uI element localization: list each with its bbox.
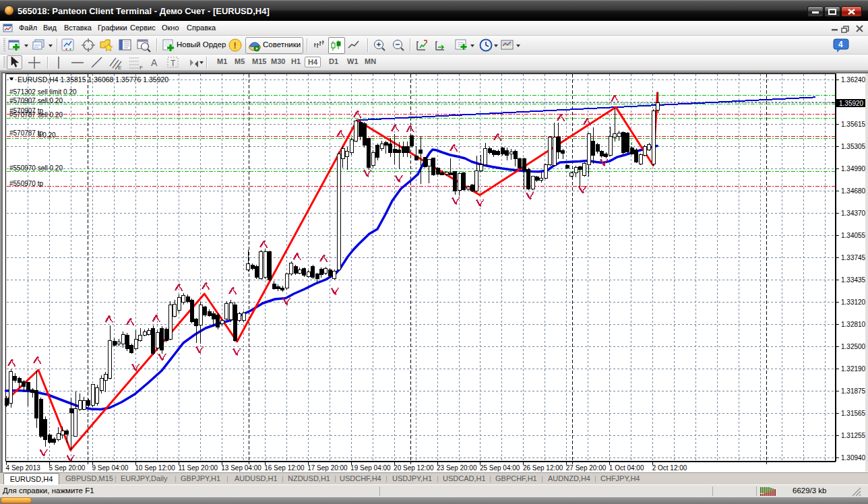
svg-text:ll 0.20: ll 0.20: [38, 131, 56, 139]
svg-text:1.34370: 1.34370: [841, 210, 866, 217]
svg-text:13 Sep 04:00: 13 Sep 04:00: [221, 464, 261, 472]
svg-text:1.32500: 1.32500: [841, 343, 866, 350]
svg-text:1.31875: 1.31875: [841, 387, 866, 395]
svg-text:#571302 sell limit 0.20: #571302 sell limit 0.20: [9, 88, 77, 96]
svg-text:T: T: [170, 59, 176, 68]
svg-text:1.32190: 1.32190: [841, 365, 866, 373]
svg-text:11 Sep 20:00: 11 Sep 20:00: [178, 464, 218, 472]
svg-text:E: E: [118, 65, 121, 70]
svg-text:19 Sep 04:00: 19 Sep 04:00: [350, 464, 391, 472]
svg-text:#570787 sell 0.20: #570787 sell 0.20: [9, 111, 63, 119]
svg-text:25 Sep 04:00: 25 Sep 04:00: [480, 464, 520, 472]
svg-text:1.32810: 1.32810: [841, 321, 866, 328]
svg-text:1.33120: 1.33120: [841, 298, 866, 306]
svg-text:9 Sep 04:00: 9 Sep 04:00: [92, 464, 129, 472]
svg-text:1 Oct 04:00: 1 Oct 04:00: [609, 464, 644, 472]
svg-text:17 Sep 20:00: 17 Sep 20:00: [307, 464, 348, 472]
svg-text:A: A: [151, 57, 158, 68]
svg-text:1.35305: 1.35305: [841, 143, 866, 150]
svg-text:10 Sep 12:00: 10 Sep 12:00: [135, 464, 175, 472]
svg-text:23 Sep 20:00: 23 Sep 20:00: [437, 464, 477, 472]
svg-text:1.33745: 1.33745: [841, 254, 866, 261]
svg-text:1.33435: 1.33435: [841, 276, 866, 284]
svg-text:1.35920: 1.35920: [839, 100, 864, 107]
svg-text:EURUSD,H4 1.35815 1.36068 1.3: EURUSD,H4 1.35815 1.36068 1.35776 1.3592…: [18, 75, 168, 84]
svg-text:1.30940: 1.30940: [841, 454, 866, 462]
svg-text:16 Sep 12:00: 16 Sep 12:00: [264, 464, 305, 472]
svg-text:26 Sep 12:00: 26 Sep 12:00: [523, 464, 563, 472]
svg-text:1.34680: 1.34680: [841, 187, 866, 195]
svg-text:4 Sep 2013: 4 Sep 2013: [6, 464, 41, 472]
svg-text:20 Sep 12:00: 20 Sep 12:00: [394, 464, 434, 472]
svg-text:1.34990: 1.34990: [841, 165, 866, 172]
svg-text:4: 4: [838, 40, 843, 49]
svg-text:1.34055: 1.34055: [841, 232, 866, 239]
svg-text:1.36240: 1.36240: [841, 76, 866, 84]
svg-text:1.31255: 1.31255: [841, 432, 866, 439]
svg-text:#550970 tp: #550970 tp: [9, 180, 43, 187]
svg-text:2 Oct 12:00: 2 Oct 12:00: [652, 464, 687, 472]
svg-text:#550970 sell 0.20: #550970 sell 0.20: [9, 164, 63, 172]
svg-text:F: F: [140, 65, 143, 70]
svg-text:5 Sep 20:00: 5 Sep 20:00: [49, 464, 86, 472]
svg-text:27 Sep 20:00: 27 Sep 20:00: [566, 464, 607, 472]
svg-text:#570907 sell 0.20: #570907 sell 0.20: [9, 97, 63, 104]
svg-text:!: !: [234, 40, 237, 51]
svg-text:1.31565: 1.31565: [841, 410, 866, 417]
svg-text:1.35615: 1.35615: [841, 121, 866, 128]
